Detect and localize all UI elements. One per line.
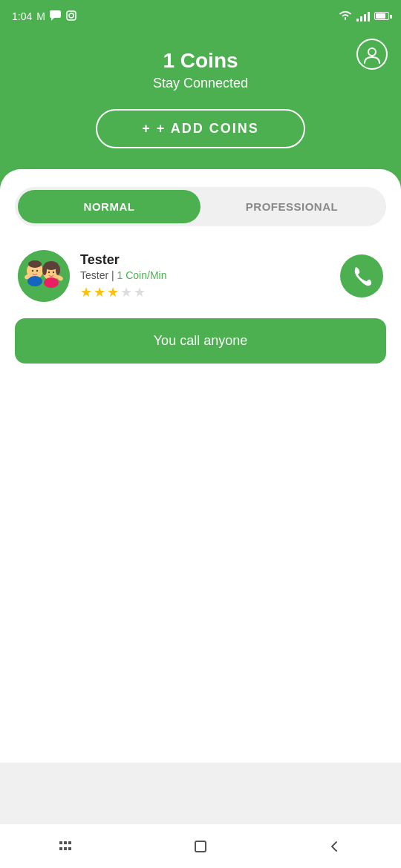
svg-point-9 [28,260,42,268]
time-display: 1:04 [12,10,32,22]
svg-point-16 [56,265,60,275]
star-2: ★ [94,284,105,300]
user-item: Tester Tester | 1 Coin/Min ★ ★ ★ ★ ★ [15,241,386,311]
wifi-icon [339,10,352,23]
svg-rect-23 [68,841,71,844]
tab-switcher: NORMAL PROFESSIONAL [15,187,386,226]
instagram-icon [66,10,76,23]
svg-point-4 [74,12,75,13]
svg-rect-25 [64,847,67,850]
user-meta: Tester | 1 Coin/Min [80,269,330,281]
star-rating: ★ ★ ★ ★ ★ [80,284,330,300]
svg-point-5 [368,48,376,56]
svg-point-18 [53,272,54,273]
stay-connected: Stay Connected [153,76,248,91]
star-1: ★ [80,284,92,300]
svg-rect-27 [195,841,206,852]
signal-icon [356,11,370,22]
star-3: ★ [107,284,119,300]
gmail-icon: M [36,10,45,22]
coin-cost: 1 Coin/Min [117,269,167,281]
user-meta-label: Tester [80,269,108,281]
svg-point-15 [42,265,47,275]
add-coins-button[interactable]: + + ADD COINS [96,109,304,148]
menu-icon[interactable] [48,828,85,865]
svg-rect-24 [59,847,62,850]
profile-button[interactable] [356,39,388,70]
call-anyone-banner[interactable]: You call anyone [15,318,386,364]
svg-marker-1 [51,18,54,21]
user-info: Tester Tester | 1 Coin/Min ★ ★ ★ ★ ★ [80,252,330,300]
status-right [339,10,389,23]
battery-icon [374,10,389,23]
meta-separator: | [111,269,117,281]
plus-icon: + [142,121,151,137]
add-coins-label: + ADD COINS [157,121,259,137]
svg-point-10 [32,270,33,272]
home-icon[interactable] [182,828,219,865]
avatar [18,250,70,302]
main-card: NORMAL PROFESSIONAL [0,169,401,763]
status-bar: 1:04 M [0,0,401,33]
chat-icon [50,10,62,23]
svg-point-17 [48,272,50,273]
coins-title: 1 Coins [163,49,238,73]
star-4: ★ [120,284,132,300]
call-button[interactable] [340,254,383,297]
user-name: Tester [80,252,330,268]
star-5: ★ [134,284,146,300]
status-left: 1:04 M [12,10,76,23]
svg-point-13 [44,277,59,288]
svg-point-11 [36,270,38,272]
back-icon[interactable] [316,828,353,865]
bottom-nav [0,823,401,868]
svg-rect-2 [67,11,76,20]
svg-rect-0 [50,10,61,18]
svg-rect-26 [68,847,71,850]
svg-point-3 [69,13,74,18]
tab-professional[interactable]: PROFESSIONAL [200,190,383,223]
svg-rect-21 [59,841,62,844]
tab-normal[interactable]: NORMAL [18,190,200,223]
svg-rect-22 [64,841,67,844]
